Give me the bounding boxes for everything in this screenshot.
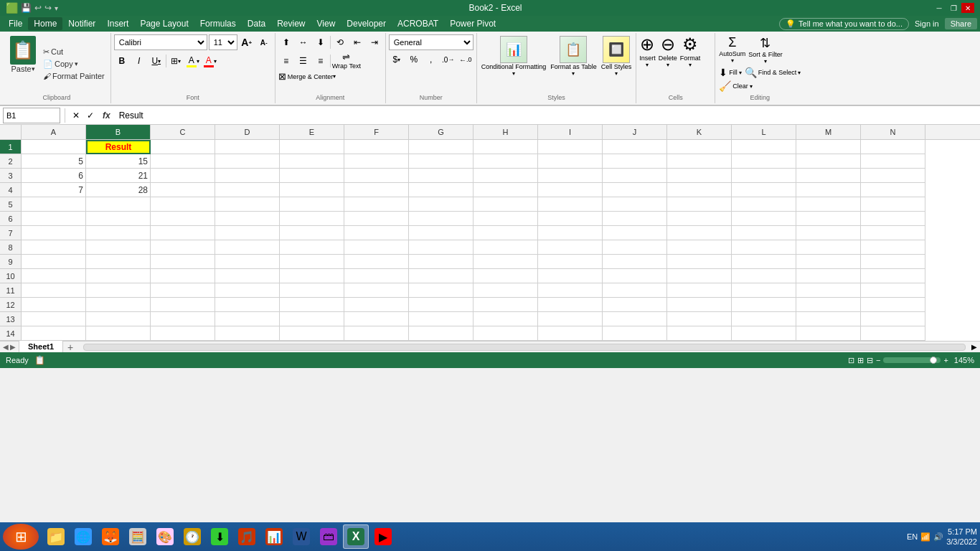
cell-E10[interactable] bbox=[280, 269, 344, 283]
taskbar-paint[interactable]: 🎨 bbox=[152, 524, 178, 549]
cell-C8[interactable] bbox=[151, 240, 215, 255]
cell-L13[interactable] bbox=[732, 312, 796, 326]
cell-H2[interactable] bbox=[473, 154, 538, 169]
menu-notifier[interactable]: Notifier bbox=[62, 17, 101, 30]
bold-button[interactable]: B bbox=[114, 53, 130, 69]
col-header-J[interactable]: J bbox=[603, 125, 667, 139]
cell-A12[interactable] bbox=[22, 298, 86, 312]
tell-me-input[interactable]: 💡 Tell me what you want to do... bbox=[779, 18, 909, 30]
cell-E8[interactable] bbox=[280, 240, 344, 255]
cell-I13[interactable] bbox=[538, 312, 603, 326]
cell-M12[interactable] bbox=[796, 298, 861, 312]
copy-button[interactable]: 📄Copy ▾ bbox=[42, 59, 106, 70]
cell-G11[interactable] bbox=[409, 283, 473, 298]
cell-C1[interactable] bbox=[151, 140, 215, 154]
cell-D12[interactable] bbox=[215, 298, 280, 312]
cell-A11[interactable] bbox=[22, 283, 86, 298]
cell-B10[interactable] bbox=[86, 269, 151, 283]
cell-N6[interactable] bbox=[861, 212, 925, 226]
taskbar-db[interactable]: 🗃 bbox=[316, 524, 341, 549]
close-button[interactable]: ✕ bbox=[961, 3, 974, 13]
cell-C12[interactable] bbox=[151, 298, 215, 312]
fill-button[interactable]: ⬇ Fill ▾ bbox=[718, 66, 743, 79]
decrease-font-button[interactable]: A- bbox=[256, 34, 272, 50]
menu-view[interactable]: View bbox=[311, 17, 341, 30]
cell-C9[interactable] bbox=[151, 255, 215, 269]
share-btn[interactable]: Share bbox=[945, 18, 977, 29]
align-top-button[interactable]: ⬆ bbox=[278, 34, 294, 50]
row-header-10[interactable]: 10 bbox=[0, 269, 21, 283]
cell-A1[interactable] bbox=[22, 140, 86, 154]
cell-C14[interactable] bbox=[151, 326, 215, 341]
cell-M6[interactable] bbox=[796, 212, 861, 226]
sheet-scroll-right[interactable]: ▶ bbox=[10, 343, 16, 351]
cell-A7[interactable] bbox=[22, 226, 86, 240]
decrease-decimal-button[interactable]: ←.0 bbox=[458, 52, 473, 67]
cell-E2[interactable] bbox=[280, 154, 344, 169]
name-box[interactable] bbox=[3, 108, 60, 123]
cell-D10[interactable] bbox=[215, 269, 280, 283]
cell-D2[interactable] bbox=[215, 154, 280, 169]
cell-H9[interactable] bbox=[473, 255, 538, 269]
taskbar-music[interactable]: 🎵 bbox=[234, 524, 260, 549]
cell-A4[interactable]: 7 bbox=[22, 183, 86, 197]
cell-C3[interactable] bbox=[151, 169, 215, 183]
cell-L9[interactable] bbox=[732, 255, 796, 269]
cell-H6[interactable] bbox=[473, 212, 538, 226]
cell-M14[interactable] bbox=[796, 326, 861, 341]
cell-M10[interactable] bbox=[796, 269, 861, 283]
cell-N2[interactable] bbox=[861, 154, 925, 169]
cell-B2[interactable]: 15 bbox=[86, 154, 151, 169]
cell-F2[interactable] bbox=[344, 154, 409, 169]
delete-button[interactable]: ⊖ Delete ▾ bbox=[659, 34, 677, 68]
taskbar-clock[interactable]: 🕐 bbox=[179, 524, 205, 549]
taskbar-browser[interactable]: 🦊 bbox=[98, 524, 123, 549]
col-header-K[interactable]: K bbox=[667, 125, 732, 139]
cell-D4[interactable] bbox=[215, 183, 280, 197]
cell-N9[interactable] bbox=[861, 255, 925, 269]
cut-button[interactable]: ✂Cut bbox=[42, 47, 106, 57]
format-painter-button[interactable]: 🖌Format Painter bbox=[42, 71, 106, 81]
font-color-button[interactable]: A ▾ bbox=[202, 53, 218, 69]
cell-F10[interactable] bbox=[344, 269, 409, 283]
increase-font-button[interactable]: A+ bbox=[239, 34, 255, 50]
cell-E3[interactable] bbox=[280, 169, 344, 183]
row-header-2[interactable]: 2 bbox=[0, 154, 21, 169]
menu-home[interactable]: Home bbox=[28, 17, 62, 30]
cell-J13[interactable] bbox=[603, 312, 667, 326]
cell-I14[interactable] bbox=[538, 326, 603, 341]
menu-developer[interactable]: Developer bbox=[341, 17, 392, 30]
cell-I4[interactable] bbox=[538, 183, 603, 197]
cell-A2[interactable]: 5 bbox=[22, 154, 86, 169]
cell-K11[interactable] bbox=[667, 283, 732, 298]
cell-B11[interactable] bbox=[86, 283, 151, 298]
text-direction-button[interactable]: ⟲ bbox=[332, 34, 348, 50]
row-header-9[interactable]: 9 bbox=[0, 255, 21, 269]
col-header-B[interactable]: B bbox=[86, 125, 151, 139]
cell-J7[interactable] bbox=[603, 226, 667, 240]
menu-formulas[interactable]: Formulas bbox=[194, 17, 242, 30]
cell-J2[interactable] bbox=[603, 154, 667, 169]
cell-F14[interactable] bbox=[344, 326, 409, 341]
restore-button[interactable]: ❐ bbox=[947, 3, 960, 13]
cell-N4[interactable] bbox=[861, 183, 925, 197]
cell-B8[interactable] bbox=[86, 240, 151, 255]
menu-page-layout[interactable]: Page Layout bbox=[134, 17, 194, 30]
cell-B14[interactable] bbox=[86, 326, 151, 341]
cell-K4[interactable] bbox=[667, 183, 732, 197]
font-size-select[interactable]: 11 bbox=[209, 34, 237, 50]
cell-H1[interactable] bbox=[473, 140, 538, 154]
taskbar-calculator[interactable]: 🧮 bbox=[125, 524, 151, 549]
normal-view-button[interactable]: ⊡ bbox=[848, 356, 854, 365]
cell-L5[interactable] bbox=[732, 197, 796, 212]
taskbar-powerpoint[interactable]: 📊 bbox=[261, 524, 287, 549]
row-header-7[interactable]: 7 bbox=[0, 226, 21, 240]
currency-button[interactable]: $▾ bbox=[389, 52, 405, 67]
insert-button[interactable]: ⊕ Insert ▾ bbox=[639, 34, 656, 68]
cell-C13[interactable] bbox=[151, 312, 215, 326]
conditional-formatting-button[interactable]: 📊 Conditional Formatting ▾ bbox=[480, 34, 548, 78]
cell-G12[interactable] bbox=[409, 298, 473, 312]
align-middle-button[interactable]: ↔ bbox=[296, 34, 311, 50]
cell-L6[interactable] bbox=[732, 212, 796, 226]
cell-H12[interactable] bbox=[473, 298, 538, 312]
